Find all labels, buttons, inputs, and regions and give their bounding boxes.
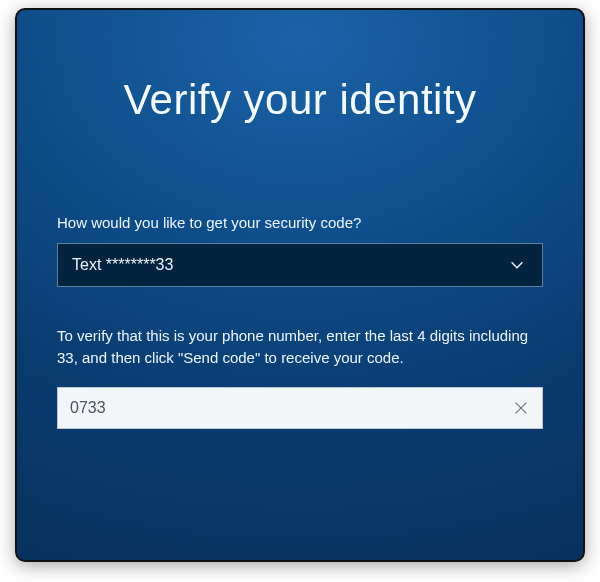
verification-method-select[interactable]: Text ********33 (57, 243, 543, 287)
chevron-down-icon (508, 256, 526, 274)
method-prompt: How would you like to get your security … (57, 214, 543, 231)
verify-identity-screen: Verify your identity How would you like … (15, 8, 585, 562)
verification-method-value: Text ********33 (72, 256, 173, 274)
verification-instruction: To verify that this is your phone number… (57, 325, 543, 369)
close-icon (512, 399, 530, 417)
phone-digits-input-wrap (57, 387, 543, 429)
page-title: Verify your identity (57, 76, 543, 124)
clear-input-button[interactable] (510, 397, 532, 419)
phone-digits-input[interactable] (58, 388, 542, 428)
